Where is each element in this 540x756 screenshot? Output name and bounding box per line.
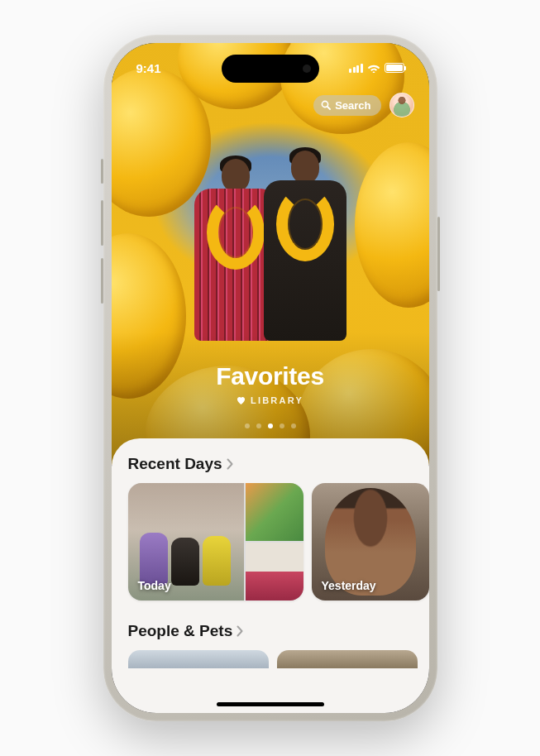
search-icon: [321, 100, 331, 110]
cellular-signal-icon: [349, 64, 363, 73]
day-card-label: Today: [138, 579, 171, 592]
power-button: [437, 217, 440, 291]
status-time: 9:41: [136, 56, 161, 75]
profile-avatar[interactable]: [389, 93, 414, 117]
content-sheet: Recent Days Today Yesterday People & Pet…: [112, 438, 429, 713]
hero-featured-photo[interactable]: Search Favorites LIBRARY: [112, 43, 429, 465]
people-pets-title: People & Pets: [128, 622, 233, 640]
silent-switch: [101, 159, 103, 184]
people-card[interactable]: [277, 650, 418, 668]
wifi-icon: [367, 63, 380, 73]
page-indicator[interactable]: [112, 423, 429, 428]
home-indicator[interactable]: [217, 702, 324, 706]
phone-frame: 9:41 Search: [103, 35, 437, 721]
chevron-right-icon: [226, 458, 234, 470]
volume-up-button: [101, 200, 103, 246]
search-button[interactable]: Search: [313, 95, 380, 116]
dynamic-island: [222, 55, 319, 83]
hero-subtitle: LIBRARY: [251, 395, 303, 405]
search-label: Search: [335, 99, 370, 112]
people-pets-header[interactable]: People & Pets: [112, 619, 429, 650]
screen: 9:41 Search: [112, 43, 429, 713]
people-pets-scroll[interactable]: [112, 650, 429, 668]
svg-line-1: [327, 107, 330, 109]
chevron-right-icon: [236, 625, 244, 637]
day-card-today[interactable]: Today: [128, 483, 303, 600]
battery-icon: [385, 63, 404, 73]
day-card-label: Yesterday: [322, 579, 376, 592]
recent-days-scroll[interactable]: Today Yesterday: [112, 483, 429, 619]
recent-days-header[interactable]: Recent Days: [112, 455, 429, 483]
heart-icon: [237, 396, 246, 405]
day-card-yesterday[interactable]: Yesterday: [312, 483, 429, 600]
volume-down-button: [101, 258, 103, 304]
recent-days-title: Recent Days: [128, 455, 222, 473]
people-card[interactable]: [128, 650, 269, 668]
hero-people: [188, 126, 353, 341]
hero-title: Favorites: [112, 362, 429, 390]
